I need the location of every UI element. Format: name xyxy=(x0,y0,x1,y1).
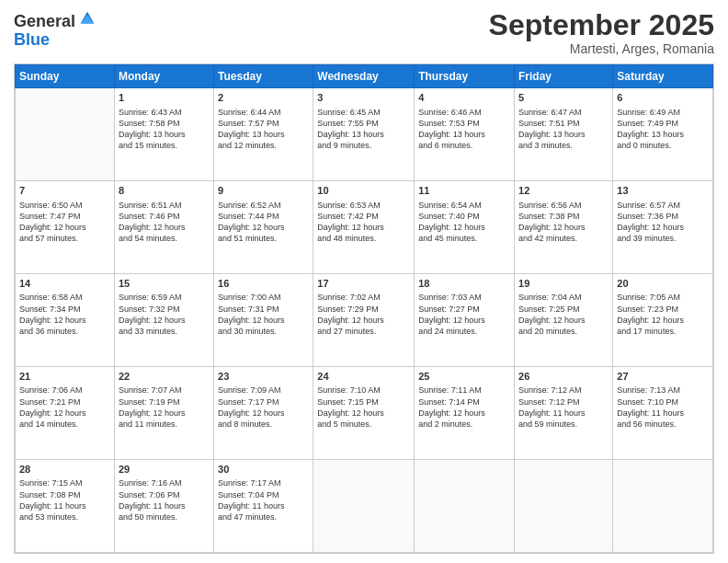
table-row: 10Sunrise: 6:53 AM Sunset: 7:42 PM Dayli… xyxy=(313,181,415,274)
day-info: Sunrise: 7:09 AM Sunset: 7:17 PM Dayligh… xyxy=(218,385,309,430)
day-number: 23 xyxy=(218,370,309,384)
day-info: Sunrise: 6:58 AM Sunset: 7:34 PM Dayligh… xyxy=(19,292,110,337)
day-info: Sunrise: 7:17 AM Sunset: 7:04 PM Dayligh… xyxy=(218,477,309,523)
day-info: Sunrise: 6:46 AM Sunset: 7:53 PM Dayligh… xyxy=(418,107,510,152)
logo-icon xyxy=(77,8,97,29)
day-number: 12 xyxy=(518,184,609,198)
header-sunday: Sunday xyxy=(16,65,115,88)
table-row: 9Sunrise: 6:52 AM Sunset: 7:44 PM Daylig… xyxy=(214,181,313,274)
day-number: 10 xyxy=(317,184,410,198)
day-number: 13 xyxy=(617,184,709,198)
day-info: Sunrise: 7:00 AM Sunset: 7:31 PM Dayligh… xyxy=(218,292,309,337)
table-row: 4Sunrise: 6:46 AM Sunset: 7:53 PM Daylig… xyxy=(415,88,515,181)
day-info: Sunrise: 7:06 AM Sunset: 7:21 PM Dayligh… xyxy=(19,385,110,430)
page: General Blue September 2025 Martesti, Ar… xyxy=(0,0,728,563)
table-row: 28Sunrise: 7:15 AM Sunset: 7:08 PM Dayli… xyxy=(16,460,115,553)
logo-text-general: General xyxy=(14,13,75,31)
day-number: 7 xyxy=(19,184,110,198)
day-info: Sunrise: 7:03 AM Sunset: 7:27 PM Dayligh… xyxy=(418,292,510,337)
header-thursday: Thursday xyxy=(415,65,515,88)
day-info: Sunrise: 6:56 AM Sunset: 7:38 PM Dayligh… xyxy=(518,200,609,245)
header-saturday: Saturday xyxy=(613,65,713,88)
table-row: 21Sunrise: 7:06 AM Sunset: 7:21 PM Dayli… xyxy=(16,367,115,460)
day-number: 26 xyxy=(518,370,609,384)
day-number: 4 xyxy=(418,91,510,105)
day-number: 25 xyxy=(418,370,510,384)
day-info: Sunrise: 7:16 AM Sunset: 7:06 PM Dayligh… xyxy=(119,477,210,523)
day-number: 27 xyxy=(617,370,709,384)
header-monday: Monday xyxy=(114,65,213,88)
table-row: 29Sunrise: 7:16 AM Sunset: 7:06 PM Dayli… xyxy=(114,460,213,553)
day-number: 16 xyxy=(218,277,309,291)
day-number: 21 xyxy=(19,370,110,384)
table-row: 3Sunrise: 6:45 AM Sunset: 7:55 PM Daylig… xyxy=(313,88,415,181)
logo: General Blue xyxy=(14,13,97,50)
table-row: 11Sunrise: 6:54 AM Sunset: 7:40 PM Dayli… xyxy=(415,181,515,274)
day-number: 17 xyxy=(317,277,410,291)
day-number: 29 xyxy=(119,463,210,477)
table-row: 15Sunrise: 6:59 AM Sunset: 7:32 PM Dayli… xyxy=(114,274,213,367)
header-wednesday: Wednesday xyxy=(313,65,415,88)
title-area: September 2025 Martesti, Arges, Romania xyxy=(489,9,714,56)
table-row: 7Sunrise: 6:50 AM Sunset: 7:47 PM Daylig… xyxy=(16,181,115,274)
day-info: Sunrise: 6:53 AM Sunset: 7:42 PM Dayligh… xyxy=(317,200,410,245)
day-number: 24 xyxy=(317,370,410,384)
day-info: Sunrise: 7:13 AM Sunset: 7:10 PM Dayligh… xyxy=(617,385,709,430)
day-info: Sunrise: 6:49 AM Sunset: 7:49 PM Dayligh… xyxy=(617,107,709,152)
day-number: 22 xyxy=(119,370,210,384)
table-row: 5Sunrise: 6:47 AM Sunset: 7:51 PM Daylig… xyxy=(515,88,613,181)
calendar-header-row: Sunday Monday Tuesday Wednesday Thursday… xyxy=(16,65,713,88)
logo-text-blue: Blue xyxy=(14,31,97,50)
calendar: Sunday Monday Tuesday Wednesday Thursday… xyxy=(14,63,714,554)
table-row: 6Sunrise: 6:49 AM Sunset: 7:49 PM Daylig… xyxy=(613,88,713,181)
day-info: Sunrise: 7:10 AM Sunset: 7:15 PM Dayligh… xyxy=(317,385,410,430)
day-info: Sunrise: 6:51 AM Sunset: 7:46 PM Dayligh… xyxy=(119,200,210,245)
day-info: Sunrise: 6:47 AM Sunset: 7:51 PM Dayligh… xyxy=(518,107,609,152)
day-number: 2 xyxy=(218,91,309,105)
table-row xyxy=(415,460,515,553)
table-row xyxy=(515,460,613,553)
day-number: 20 xyxy=(617,277,709,291)
day-info: Sunrise: 6:52 AM Sunset: 7:44 PM Dayligh… xyxy=(218,200,309,245)
day-info: Sunrise: 7:12 AM Sunset: 7:12 PM Dayligh… xyxy=(518,385,609,430)
day-number: 3 xyxy=(317,91,410,105)
day-info: Sunrise: 6:43 AM Sunset: 7:58 PM Dayligh… xyxy=(119,107,210,152)
table-row: 23Sunrise: 7:09 AM Sunset: 7:17 PM Dayli… xyxy=(214,367,313,460)
table-row xyxy=(16,88,115,181)
table-row: 30Sunrise: 7:17 AM Sunset: 7:04 PM Dayli… xyxy=(214,460,313,553)
table-row: 17Sunrise: 7:02 AM Sunset: 7:29 PM Dayli… xyxy=(313,274,415,367)
table-row: 20Sunrise: 7:05 AM Sunset: 7:23 PM Dayli… xyxy=(613,274,713,367)
table-row xyxy=(613,460,713,553)
table-row: 1Sunrise: 6:43 AM Sunset: 7:58 PM Daylig… xyxy=(114,88,213,181)
table-row: 14Sunrise: 6:58 AM Sunset: 7:34 PM Dayli… xyxy=(16,274,115,367)
table-row: 13Sunrise: 6:57 AM Sunset: 7:36 PM Dayli… xyxy=(613,181,713,274)
table-row: 16Sunrise: 7:00 AM Sunset: 7:31 PM Dayli… xyxy=(214,274,313,367)
day-number: 8 xyxy=(119,184,210,198)
day-number: 19 xyxy=(518,277,609,291)
table-row: 18Sunrise: 7:03 AM Sunset: 7:27 PM Dayli… xyxy=(415,274,515,367)
day-info: Sunrise: 7:04 AM Sunset: 7:25 PM Dayligh… xyxy=(518,292,609,337)
table-row: 25Sunrise: 7:11 AM Sunset: 7:14 PM Dayli… xyxy=(415,367,515,460)
table-row: 27Sunrise: 7:13 AM Sunset: 7:10 PM Dayli… xyxy=(613,367,713,460)
day-number: 6 xyxy=(617,91,709,105)
day-number: 1 xyxy=(119,91,210,105)
header: General Blue September 2025 Martesti, Ar… xyxy=(14,9,714,56)
header-friday: Friday xyxy=(515,65,613,88)
day-number: 28 xyxy=(19,463,110,477)
table-row: 19Sunrise: 7:04 AM Sunset: 7:25 PM Dayli… xyxy=(515,274,613,367)
day-number: 15 xyxy=(119,277,210,291)
day-number: 9 xyxy=(218,184,309,198)
table-row: 22Sunrise: 7:07 AM Sunset: 7:19 PM Dayli… xyxy=(114,367,213,460)
header-tuesday: Tuesday xyxy=(214,65,313,88)
day-number: 14 xyxy=(19,277,110,291)
day-number: 18 xyxy=(418,277,510,291)
location: Martesti, Arges, Romania xyxy=(489,41,714,56)
day-info: Sunrise: 6:50 AM Sunset: 7:47 PM Dayligh… xyxy=(19,200,110,245)
day-info: Sunrise: 7:07 AM Sunset: 7:19 PM Dayligh… xyxy=(119,385,210,430)
day-info: Sunrise: 6:45 AM Sunset: 7:55 PM Dayligh… xyxy=(317,107,410,152)
table-row: 24Sunrise: 7:10 AM Sunset: 7:15 PM Dayli… xyxy=(313,367,415,460)
day-info: Sunrise: 6:59 AM Sunset: 7:32 PM Dayligh… xyxy=(119,292,210,337)
day-info: Sunrise: 7:11 AM Sunset: 7:14 PM Dayligh… xyxy=(418,385,510,430)
day-number: 30 xyxy=(218,463,309,477)
day-info: Sunrise: 6:44 AM Sunset: 7:57 PM Dayligh… xyxy=(218,107,309,152)
